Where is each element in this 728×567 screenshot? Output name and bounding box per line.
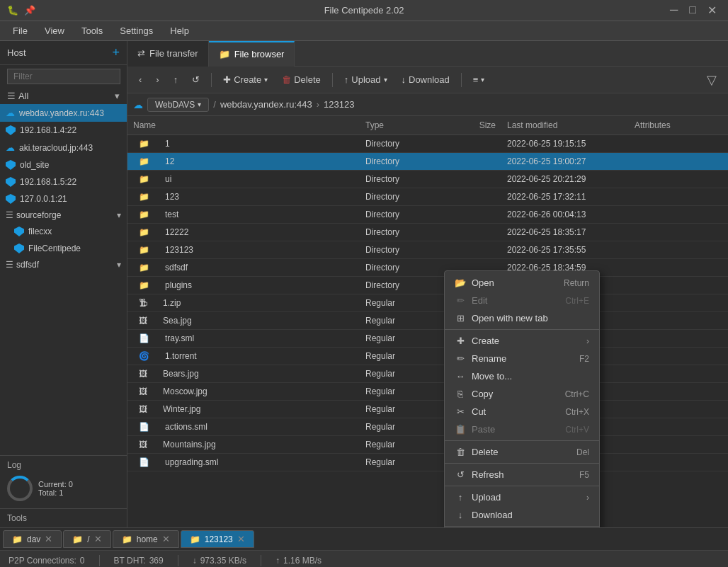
table-row[interactable]: 🖼 Bears.jpg Regular MB 2022-06-25 17:29:…	[127, 365, 728, 383]
bot-tab-close[interactable]: ✕	[162, 534, 170, 544]
sidebar-item-webdav-yandex[interactable]: ☁ webdav.yandex.ru:443	[0, 104, 127, 122]
status-bar: P2P Connections: 0 BT DHT: 369 ↓ 973.35 …	[0, 550, 728, 567]
tab-file-browser[interactable]: 📁 File browser	[209, 41, 295, 67]
sidebar-item-filecentipede[interactable]: FileCentipede	[0, 240, 127, 257]
sidebar-group-sdfsdf[interactable]: ☰ sdfsdf ▾	[0, 257, 127, 273]
table-row[interactable]: 📁 plugins Directory 2022-06-25 19:37:42	[127, 277, 728, 294]
sidebar-item-filecxx[interactable]: filecxx	[0, 223, 127, 240]
menu-settings[interactable]: Settings	[113, 23, 160, 38]
file-name-cell: 📁 ui	[127, 173, 360, 185]
menu-file[interactable]: File	[6, 23, 35, 38]
table-row[interactable]: 📁 1 Directory 2022-06-25 19:15:15	[127, 135, 728, 153]
col-type[interactable]: Type	[360, 119, 445, 132]
table-row[interactable]: 📁 123123 Directory 2022-06-25 17:35:55	[127, 241, 728, 259]
sidebar-group-sourceforge[interactable]: ☰ sourceforge ▾	[0, 207, 127, 223]
table-row[interactable]: 🖼 Winter.jpg Regular MB 2022-06-25 17:29…	[127, 401, 728, 418]
context-menu-item-rename[interactable]: ✏ Rename F2	[445, 350, 599, 367]
menu-button[interactable]: ≡ ▾	[467, 71, 491, 88]
bottom-tab-123123[interactable]: 📁 123123 ✕	[181, 530, 254, 548]
file-name-cell: 🖼 Mountains.jpg	[127, 438, 360, 451]
col-modified[interactable]: Last modified	[501, 119, 629, 132]
file-size	[445, 231, 501, 233]
bot-tab-close[interactable]: ✕	[45, 534, 52, 544]
table-row[interactable]: 📁 12222 Directory 2022-06-25 18:35:17	[127, 224, 728, 241]
table-row[interactable]: 📄 upgrading.sml Regular B 2022-06-25 20:…	[127, 454, 728, 471]
upload-button[interactable]: ↑ Upload ▾	[339, 71, 393, 88]
table-row[interactable]: 🖼 Moscow.jpg Regular MB 2022-06-25 17:29…	[127, 383, 728, 401]
menu-help[interactable]: Help	[163, 23, 196, 38]
menu-view[interactable]: View	[38, 23, 72, 38]
context-menu-item-refresh[interactable]: ↺ Refresh F5	[445, 466, 599, 483]
bottom-tab-dav[interactable]: 📁 dav ✕	[3, 530, 62, 548]
table-row[interactable]: 📁 12 Directory 2022-06-25 19:00:27	[127, 153, 728, 171]
sidebar-item-localhost[interactable]: 127.0.0.1:21	[0, 190, 127, 207]
download-button[interactable]: ↓ Download	[396, 71, 455, 88]
sidebar-item-ip2[interactable]: 192.168.1.5:22	[0, 173, 127, 190]
restore-button[interactable]: □	[685, 4, 700, 17]
filter-input[interactable]	[7, 69, 120, 84]
col-name[interactable]: Name	[127, 119, 360, 132]
zip-icon: 🗜	[133, 297, 153, 309]
sidebar-item-aki-tera[interactable]: ☁ aki.teracloud.jp:443	[0, 139, 127, 156]
shield-icon-filecxx	[14, 227, 24, 236]
file-name-cell: 📄 tray.sml	[127, 332, 360, 345]
file-type: Regular	[360, 457, 445, 468]
context-menu-item-upload[interactable]: ↑ Upload ›	[445, 488, 599, 506]
context-menu-item-open[interactable]: 📂 Open Return	[445, 274, 599, 292]
bottom-tab-root[interactable]: 📁 / ✕	[63, 530, 110, 548]
bot-tab-close[interactable]: ✕	[94, 534, 102, 544]
bot-tab-close[interactable]: ✕	[237, 534, 245, 544]
delete-button[interactable]: 🗑 Delete	[276, 71, 326, 88]
file-attrs	[629, 462, 728, 463]
sidebar-item-all[interactable]: ☰ All ▾	[0, 88, 127, 104]
ctx-item-shortcut: F2	[579, 354, 589, 364]
table-row[interactable]: 📁 ui Directory 2022-06-25 20:21:29	[127, 171, 728, 188]
upload-arrow-icon: ▾	[384, 76, 387, 84]
table-row[interactable]: 📁 test Directory 2022-06-26 00:04:13	[127, 206, 728, 224]
col-attrs[interactable]: Attributes	[629, 119, 728, 132]
tab-file-transfer[interactable]: ⇄ File transfer	[127, 41, 209, 67]
col-size[interactable]: Size	[445, 119, 501, 132]
back-button[interactable]: ‹	[133, 71, 147, 88]
bottom-tab-home[interactable]: 📁 home ✕	[113, 530, 179, 548]
table-row[interactable]: 📁 sdfsdf Directory 2022-06-25 18:34:59	[127, 259, 728, 277]
context-menu-item-create[interactable]: ✚ Create ›	[445, 332, 599, 350]
minimize-button[interactable]: ─	[666, 4, 682, 17]
menu-tools[interactable]: Tools	[74, 23, 110, 38]
file-type: Regular	[360, 421, 445, 433]
ctx-item-left: ✏ Rename	[455, 353, 506, 364]
table-row[interactable]: 📄 tray.sml Regular B 2022-06-25 20:44:17	[127, 330, 728, 348]
sidebar-item-ip1[interactable]: 192.168.1.4:22	[0, 122, 127, 139]
close-button[interactable]: ✕	[703, 4, 721, 17]
file-browser-icon: 📁	[219, 49, 230, 59]
context-menu-item-copy[interactable]: ⎘ Copy Ctrl+C	[445, 385, 599, 403]
sidebar-item-old-site[interactable]: old_site	[0, 156, 127, 173]
refresh-button[interactable]: ↺	[186, 71, 205, 88]
context-menu-item-open-new-tab[interactable]: ⊞ Open with new tab	[445, 309, 599, 327]
source-selector[interactable]: WebDAVS ▾	[147, 98, 209, 112]
titlebar-controls[interactable]: ─ □ ✕	[666, 4, 721, 17]
context-menu-item-download[interactable]: ↓ Download	[445, 506, 599, 524]
ctx-item-icon: ✏	[455, 353, 466, 364]
folder-icon: 📁	[133, 138, 155, 149]
context-menu-item-cut[interactable]: ✂ Cut Ctrl+X	[445, 403, 599, 420]
table-row[interactable]: 📄 actions.sml Regular KB 2022-06-25 20:4…	[127, 418, 728, 436]
ctx-item-label: Paste	[472, 424, 495, 435]
forward-button[interactable]: ›	[150, 71, 164, 88]
ctx-item-label: Open with new tab	[472, 313, 548, 323]
table-row[interactable]: 🌀 1.torrent Regular B 2022-06-26 01:06:1…	[127, 348, 728, 365]
table-row[interactable]: 🖼 Sea.jpg Regular MB 2022-06-25 17:29:09	[127, 312, 728, 330]
ctx-item-shortcut: Return	[564, 278, 589, 288]
table-row[interactable]: 📁 123 Directory 2022-06-25 17:32:11	[127, 188, 728, 206]
table-row[interactable]: 🗜 1.zip Regular KB 2022-06-26 01:06:32	[127, 294, 728, 312]
filter-button[interactable]: ▽	[701, 69, 722, 91]
create-button[interactable]: ✚ Create ▾	[217, 71, 273, 88]
file-name-cell: 🖼 Moscow.jpg	[127, 385, 360, 398]
up-button[interactable]: ↑	[168, 71, 184, 88]
file-name: Sea.jpg	[157, 315, 198, 326]
context-menu-item-paste: 📋 Paste Ctrl+V	[445, 420, 599, 438]
context-menu-item-delete[interactable]: 🗑 Delete Del	[445, 443, 599, 461]
context-menu-item-move-to[interactable]: ↔ Move to...	[445, 367, 599, 385]
table-row[interactable]: 🖼 Mountains.jpg Regular MB 2022-06-25 17…	[127, 436, 728, 454]
add-host-button[interactable]: +	[112, 45, 120, 60]
